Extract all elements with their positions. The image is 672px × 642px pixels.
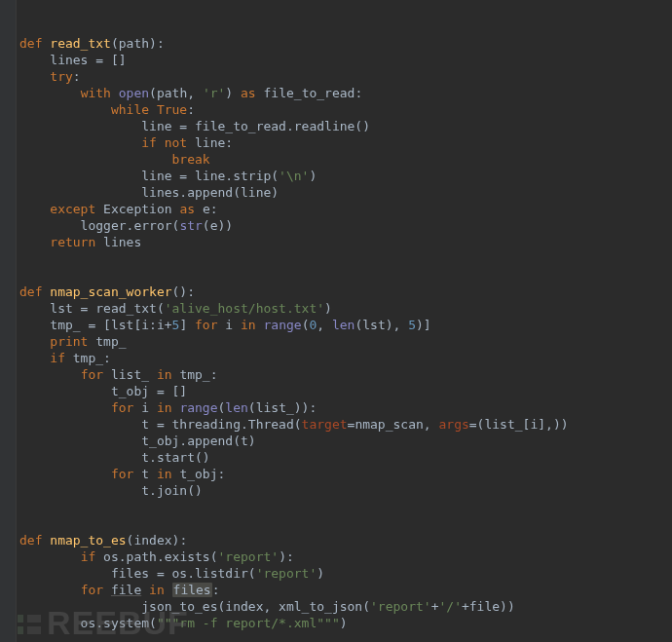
code-line: json_to_es(index, xml_to_json('report'+'…: [19, 598, 672, 615]
code-line: for list_ in tmp_:: [19, 366, 672, 383]
code-line: while True:: [19, 101, 672, 118]
code-line: t.start(): [19, 449, 672, 466]
code-line: line = file_to_read.readline(): [19, 118, 672, 134]
code-line: [19, 267, 672, 283]
code-line: line = line.strip('\n'): [19, 168, 672, 184]
code-editor[interactable]: def read_txt(path): lines = [] try: with…: [17, 0, 672, 642]
code-line: for i in range(len(list_)):: [19, 399, 672, 416]
code-line: tmp_ = [lst[i:i+5] for i in range(0, len…: [19, 317, 672, 333]
code-line: [19, 515, 672, 532]
code-line: lst = read_txt('alive_host/host.txt'): [19, 300, 672, 317]
code-line: [19, 499, 672, 515]
code-line: t_obj = []: [19, 383, 672, 399]
code-line: for t in t_obj:: [19, 466, 672, 482]
code-line: except Exception as e:: [19, 201, 672, 217]
editor-gutter: [0, 0, 17, 642]
code-line: if os.path.exists('report'):: [19, 548, 672, 565]
code-line: if tmp_:: [19, 350, 672, 366]
code-line: t = threading.Thread(target=nmap_scan, a…: [19, 416, 672, 433]
code-line: def read_txt(path):: [19, 35, 672, 52]
code-line: lines = []: [19, 52, 672, 68]
code-line: print tmp_: [19, 333, 672, 350]
code-line: if not line:: [19, 134, 672, 151]
code-line: try:: [19, 68, 672, 85]
code-line: lines.append(line): [19, 184, 672, 201]
code-line: t.join(): [19, 482, 672, 499]
code-line: def nmap_to_es(index):: [19, 532, 672, 548]
code-line: for file in files:: [19, 582, 672, 598]
code-line: with open(path, 'r') as file_to_read:: [19, 85, 672, 101]
code-line: files = os.listdir('report'): [19, 565, 672, 582]
code-line: t_obj.append(t): [19, 433, 672, 449]
code-line: return lines: [19, 234, 672, 250]
code-line: [19, 250, 672, 267]
code-line: logger.error(str(e)): [19, 217, 672, 234]
code-line: def nmap_scan_worker():: [19, 283, 672, 300]
code-line: os.system("""rm -f report/*.xml"""): [19, 615, 672, 631]
code-line: break: [19, 151, 672, 168]
